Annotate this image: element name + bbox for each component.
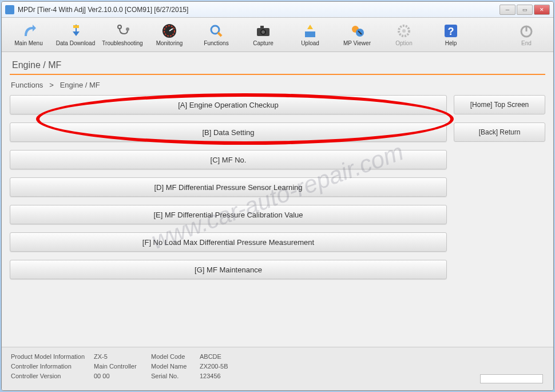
controller-version-value: 00 00 bbox=[94, 373, 151, 379]
model-name-value: ZX200-5B bbox=[200, 363, 251, 370]
main-menu-button[interactable]: Main Menu bbox=[6, 19, 51, 50]
gauge-icon bbox=[161, 23, 177, 39]
minimize-button[interactable]: ─ bbox=[499, 5, 516, 15]
model-name-label: Model Name bbox=[151, 363, 200, 370]
func-b-button[interactable]: [B] Data Setting bbox=[10, 122, 447, 142]
side-buttons: [Home] Top Screen [Back] Return bbox=[454, 95, 545, 279]
func-g-button[interactable]: [G] MF Maintenance bbox=[10, 260, 447, 279]
svg-rect-12 bbox=[305, 31, 315, 37]
svg-line-7 bbox=[218, 33, 221, 36]
breadcrumb-sep: > bbox=[49, 81, 54, 89]
svg-point-10 bbox=[261, 30, 265, 34]
product-model-value: ZX-5 bbox=[94, 353, 151, 360]
product-model-label: Product Model Information bbox=[11, 353, 94, 360]
home-button[interactable]: [Home] Top Screen bbox=[454, 95, 545, 114]
svg-point-6 bbox=[211, 26, 219, 34]
svg-text:?: ? bbox=[448, 26, 454, 37]
status-bar: Product Model Information ZX-5 Model Cod… bbox=[2, 347, 553, 390]
content-area: Engine / MF Functions > Engine / MF [A] … bbox=[2, 52, 553, 284]
svg-rect-11 bbox=[260, 26, 264, 29]
model-code-label: Model Code bbox=[151, 353, 200, 360]
back-button[interactable]: [Back] Return bbox=[454, 122, 545, 142]
home-icon bbox=[21, 23, 37, 39]
progress-bar bbox=[480, 374, 543, 383]
maximize-button[interactable]: ▭ bbox=[517, 5, 533, 15]
svg-rect-0 bbox=[73, 25, 79, 28]
status-row-3: Controller Version 00 00 Serial No. 1234… bbox=[11, 373, 544, 379]
func-f-button[interactable]: [F] No Load Max Differential Pressure Me… bbox=[10, 232, 447, 252]
mp-viewer-button[interactable]: MP Viewer bbox=[335, 19, 379, 50]
controller-info-label: Controller Information bbox=[11, 363, 94, 370]
troubleshooting-button[interactable]: Troubleshooting bbox=[100, 19, 145, 50]
app-icon bbox=[5, 5, 14, 14]
titlebar: MPDr [Tier-4 With Adj] Ver2.10.0.0 [COM9… bbox=[2, 2, 553, 18]
svg-point-2 bbox=[126, 27, 129, 31]
functions-button[interactable]: Functions bbox=[194, 19, 239, 50]
help-icon: ? bbox=[443, 23, 459, 39]
upload-button[interactable]: Upload bbox=[288, 19, 332, 50]
camera-icon bbox=[255, 23, 271, 39]
serial-no-value: 123456 bbox=[200, 373, 251, 379]
status-row-2: Controller Information Main Controller M… bbox=[11, 363, 544, 370]
func-e-button[interactable]: [E] MF Differential Pressure Calibration… bbox=[10, 205, 447, 224]
window-title: MPDr [Tier-4 With Adj] Ver2.10.0.0 [COM9… bbox=[18, 6, 499, 14]
toolbar: Main Menu Data Download Troubleshooting … bbox=[2, 18, 553, 52]
viewer-icon bbox=[349, 23, 365, 39]
gear-icon bbox=[396, 23, 412, 39]
breadcrumb-root[interactable]: Functions bbox=[11, 81, 43, 89]
controller-version-label: Controller Version bbox=[11, 373, 94, 379]
data-download-button[interactable]: Data Download bbox=[53, 19, 98, 50]
model-code-value: ABCDE bbox=[200, 353, 251, 360]
end-button[interactable]: End bbox=[504, 19, 549, 50]
serial-no-label: Serial No. bbox=[151, 373, 200, 379]
help-button[interactable]: ? Help bbox=[429, 19, 473, 50]
func-d-button[interactable]: [D] MF Differential Pressure Sensor Lear… bbox=[10, 177, 447, 197]
upload-icon bbox=[302, 23, 318, 39]
page-title: Engine / MF bbox=[10, 57, 545, 75]
svg-point-16 bbox=[402, 29, 406, 33]
func-c-button[interactable]: [C] MF No. bbox=[10, 150, 447, 169]
monitoring-button[interactable]: Monitoring bbox=[147, 19, 192, 50]
main-area: [A] Engine Operation Checkup [B] Data Se… bbox=[10, 95, 545, 279]
stethoscope-icon bbox=[114, 23, 130, 39]
status-row-1: Product Model Information ZX-5 Model Cod… bbox=[11, 353, 544, 360]
capture-button[interactable]: Capture bbox=[241, 19, 286, 50]
close-button[interactable]: ✕ bbox=[534, 5, 550, 15]
download-icon bbox=[68, 23, 84, 39]
svg-point-1 bbox=[118, 25, 121, 29]
controller-info-value: Main Controller bbox=[94, 363, 151, 370]
power-icon bbox=[518, 23, 534, 39]
func-a-button[interactable]: [A] Engine Operation Checkup bbox=[10, 95, 447, 114]
magnifier-icon bbox=[208, 23, 224, 39]
window-controls: ─ ▭ ✕ bbox=[499, 5, 550, 15]
breadcrumb: Functions > Engine / MF bbox=[10, 78, 545, 95]
option-button[interactable]: Option bbox=[382, 19, 426, 50]
app-window: MPDr [Tier-4 With Adj] Ver2.10.0.0 [COM9… bbox=[1, 1, 554, 391]
function-list: [A] Engine Operation Checkup [B] Data Se… bbox=[10, 95, 447, 279]
breadcrumb-current: Engine / MF bbox=[60, 81, 100, 89]
